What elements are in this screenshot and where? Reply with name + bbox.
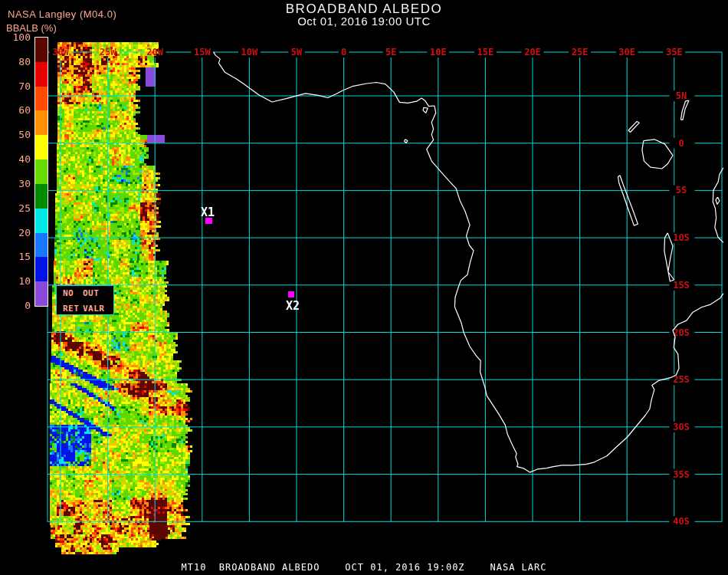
coastline-path xyxy=(214,52,723,473)
colorbar-tick-label: 15 xyxy=(18,251,31,262)
lat-label: 0 xyxy=(678,138,684,149)
colorbar-segment xyxy=(35,281,48,306)
colorbar-segment xyxy=(35,159,48,184)
lat-label: 5S xyxy=(676,185,687,196)
coastline-path xyxy=(642,140,673,169)
lat-label: 5N xyxy=(676,90,687,101)
legend-no-label: NO xyxy=(63,288,83,298)
lat-label: 10S xyxy=(673,232,690,243)
lat-label: 40S xyxy=(673,516,690,527)
lon-label: 25E xyxy=(572,47,589,58)
lon-label: 5E xyxy=(385,47,396,58)
colorbar-segment xyxy=(35,62,48,87)
lon-label: 10W xyxy=(241,47,258,58)
lat-label: 35S xyxy=(673,469,690,480)
lon-label: 5W xyxy=(291,47,303,58)
colorbar-segment xyxy=(35,257,48,281)
legend-out-label: OUT xyxy=(83,288,113,298)
lon-label: 15W xyxy=(194,47,211,58)
lat-label: 30S xyxy=(673,422,690,432)
lon-label: 20W xyxy=(146,47,163,58)
source-label: NASA Langley (M04.0) xyxy=(8,8,116,20)
coastline-path xyxy=(618,176,638,225)
coastline-path xyxy=(628,121,639,132)
marker-point xyxy=(288,291,294,297)
colorbar-segment xyxy=(35,38,48,62)
coastline-path xyxy=(423,107,428,113)
colorbar-tick-label: 25 xyxy=(18,202,31,214)
colorbar-tick-label: 60 xyxy=(18,104,31,116)
footer-caption: MT10 BROADBAND ALBEDO OCT 01, 2016 19:00… xyxy=(0,562,728,573)
albedo-plot-screen: 30W25W20W15W10W5W05E10E15E20E25E30E35E5N… xyxy=(0,0,728,575)
colorbar-segment xyxy=(35,87,48,111)
colorbar xyxy=(34,37,48,307)
lat-label: 15S xyxy=(673,280,690,291)
lon-label: 0 xyxy=(341,47,346,58)
colorbar-tick-label: 100 xyxy=(13,31,31,43)
colorbar-segment xyxy=(35,209,48,233)
lat-label: 25S xyxy=(673,374,690,385)
colorbar-tick-label: 10 xyxy=(18,275,31,287)
colorbar-segment xyxy=(35,233,48,258)
lon-label: 35E xyxy=(666,47,683,58)
colorbar-segment xyxy=(35,110,48,135)
colorbar-tick-label: 0 xyxy=(25,300,31,311)
marker-label: X1 xyxy=(201,205,215,219)
colorbar-tick-label: 50 xyxy=(18,129,31,140)
colorbar-tick-label: 20 xyxy=(18,227,31,238)
lon-label: 25W xyxy=(100,47,116,58)
lon-label: 30W xyxy=(52,47,69,58)
colorbar-tick-label: 70 xyxy=(18,80,31,92)
marker-label: X2 xyxy=(286,299,300,313)
coastline-path xyxy=(680,100,689,120)
legend-box: NO OUT RET VALR xyxy=(56,285,114,315)
legend-ret-label: RET xyxy=(63,304,83,314)
colorbar-segment xyxy=(35,135,48,159)
lat-label: 20S xyxy=(673,327,690,338)
colorbar-tick-label: 80 xyxy=(18,56,31,67)
colorbar-tick-label: 30 xyxy=(18,178,31,189)
coastline-path xyxy=(716,197,720,204)
lon-label: 20E xyxy=(524,47,541,58)
colorbar-tick-label: 40 xyxy=(18,153,31,165)
lon-label: 30E xyxy=(618,47,635,58)
lon-label: 15E xyxy=(477,47,494,58)
lon-label: 10E xyxy=(430,47,447,58)
legend-valr-label: VALR xyxy=(83,304,113,314)
colorbar-segment xyxy=(35,184,48,209)
coastline-path xyxy=(405,140,408,143)
